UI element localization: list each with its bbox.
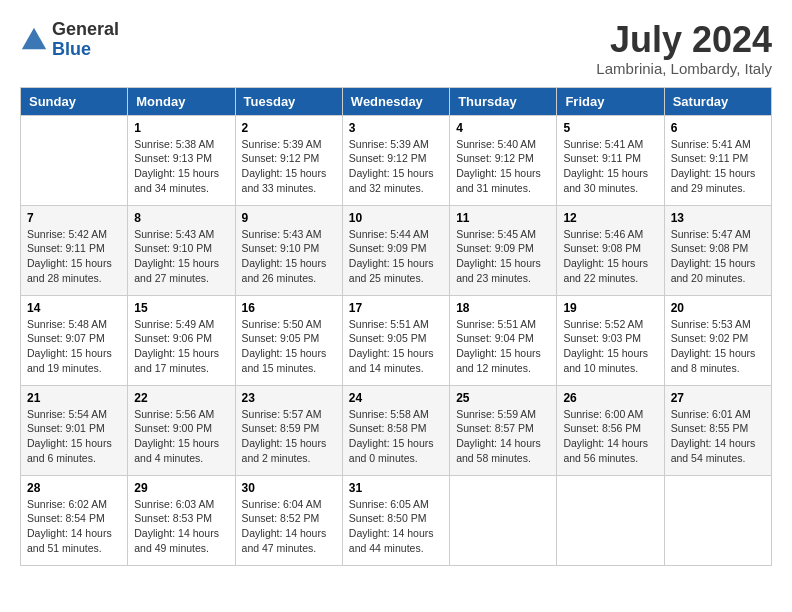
column-header-friday: Friday (557, 87, 664, 115)
calendar-header-row: SundayMondayTuesdayWednesdayThursdayFrid… (21, 87, 772, 115)
day-number: 9 (242, 211, 336, 225)
day-number: 3 (349, 121, 443, 135)
calendar-week-row: 7Sunrise: 5:42 AMSunset: 9:11 PMDaylight… (21, 205, 772, 295)
month-title: July 2024 (596, 20, 772, 60)
day-number: 30 (242, 481, 336, 495)
day-number: 28 (27, 481, 121, 495)
svg-marker-0 (22, 28, 46, 49)
location: Lambrinia, Lombardy, Italy (596, 60, 772, 77)
day-number: 13 (671, 211, 765, 225)
day-info: Sunrise: 5:39 AMSunset: 9:12 PMDaylight:… (349, 137, 443, 196)
calendar-day-cell: 14Sunrise: 5:48 AMSunset: 9:07 PMDayligh… (21, 295, 128, 385)
calendar-day-cell: 8Sunrise: 5:43 AMSunset: 9:10 PMDaylight… (128, 205, 235, 295)
day-number: 5 (563, 121, 657, 135)
day-info: Sunrise: 5:41 AMSunset: 9:11 PMDaylight:… (563, 137, 657, 196)
day-info: Sunrise: 6:03 AMSunset: 8:53 PMDaylight:… (134, 497, 228, 556)
day-info: Sunrise: 5:38 AMSunset: 9:13 PMDaylight:… (134, 137, 228, 196)
day-info: Sunrise: 5:59 AMSunset: 8:57 PMDaylight:… (456, 407, 550, 466)
calendar-day-cell: 3Sunrise: 5:39 AMSunset: 9:12 PMDaylight… (342, 115, 449, 205)
calendar-day-cell: 16Sunrise: 5:50 AMSunset: 9:05 PMDayligh… (235, 295, 342, 385)
column-header-tuesday: Tuesday (235, 87, 342, 115)
calendar-day-cell: 7Sunrise: 5:42 AMSunset: 9:11 PMDaylight… (21, 205, 128, 295)
calendar-day-cell: 25Sunrise: 5:59 AMSunset: 8:57 PMDayligh… (450, 385, 557, 475)
column-header-sunday: Sunday (21, 87, 128, 115)
day-info: Sunrise: 5:45 AMSunset: 9:09 PMDaylight:… (456, 227, 550, 286)
day-info: Sunrise: 5:41 AMSunset: 9:11 PMDaylight:… (671, 137, 765, 196)
day-info: Sunrise: 5:51 AMSunset: 9:04 PMDaylight:… (456, 317, 550, 376)
day-number: 22 (134, 391, 228, 405)
calendar-day-cell: 26Sunrise: 6:00 AMSunset: 8:56 PMDayligh… (557, 385, 664, 475)
logo: General Blue (20, 20, 119, 60)
calendar-day-cell: 4Sunrise: 5:40 AMSunset: 9:12 PMDaylight… (450, 115, 557, 205)
logo-icon (20, 26, 48, 54)
day-number: 26 (563, 391, 657, 405)
day-number: 25 (456, 391, 550, 405)
day-info: Sunrise: 5:49 AMSunset: 9:06 PMDaylight:… (134, 317, 228, 376)
day-number: 6 (671, 121, 765, 135)
day-info: Sunrise: 5:56 AMSunset: 9:00 PMDaylight:… (134, 407, 228, 466)
calendar-day-cell: 30Sunrise: 6:04 AMSunset: 8:52 PMDayligh… (235, 475, 342, 565)
calendar-week-row: 28Sunrise: 6:02 AMSunset: 8:54 PMDayligh… (21, 475, 772, 565)
empty-cell (450, 475, 557, 565)
day-info: Sunrise: 5:42 AMSunset: 9:11 PMDaylight:… (27, 227, 121, 286)
day-info: Sunrise: 5:40 AMSunset: 9:12 PMDaylight:… (456, 137, 550, 196)
calendar-day-cell: 12Sunrise: 5:46 AMSunset: 9:08 PMDayligh… (557, 205, 664, 295)
column-header-saturday: Saturday (664, 87, 771, 115)
column-header-monday: Monday (128, 87, 235, 115)
calendar-day-cell: 28Sunrise: 6:02 AMSunset: 8:54 PMDayligh… (21, 475, 128, 565)
day-number: 18 (456, 301, 550, 315)
day-info: Sunrise: 5:51 AMSunset: 9:05 PMDaylight:… (349, 317, 443, 376)
column-header-thursday: Thursday (450, 87, 557, 115)
day-info: Sunrise: 6:04 AMSunset: 8:52 PMDaylight:… (242, 497, 336, 556)
calendar-day-cell: 6Sunrise: 5:41 AMSunset: 9:11 PMDaylight… (664, 115, 771, 205)
day-number: 2 (242, 121, 336, 135)
day-info: Sunrise: 6:00 AMSunset: 8:56 PMDaylight:… (563, 407, 657, 466)
logo-general: General (52, 19, 119, 39)
day-number: 11 (456, 211, 550, 225)
day-info: Sunrise: 5:54 AMSunset: 9:01 PMDaylight:… (27, 407, 121, 466)
calendar-day-cell: 13Sunrise: 5:47 AMSunset: 9:08 PMDayligh… (664, 205, 771, 295)
calendar-day-cell: 11Sunrise: 5:45 AMSunset: 9:09 PMDayligh… (450, 205, 557, 295)
calendar-day-cell: 24Sunrise: 5:58 AMSunset: 8:58 PMDayligh… (342, 385, 449, 475)
calendar-week-row: 21Sunrise: 5:54 AMSunset: 9:01 PMDayligh… (21, 385, 772, 475)
day-info: Sunrise: 5:43 AMSunset: 9:10 PMDaylight:… (242, 227, 336, 286)
day-number: 31 (349, 481, 443, 495)
day-number: 29 (134, 481, 228, 495)
calendar-day-cell: 1Sunrise: 5:38 AMSunset: 9:13 PMDaylight… (128, 115, 235, 205)
day-number: 27 (671, 391, 765, 405)
empty-cell (21, 115, 128, 205)
calendar-day-cell: 18Sunrise: 5:51 AMSunset: 9:04 PMDayligh… (450, 295, 557, 385)
calendar-day-cell: 21Sunrise: 5:54 AMSunset: 9:01 PMDayligh… (21, 385, 128, 475)
day-info: Sunrise: 6:01 AMSunset: 8:55 PMDaylight:… (671, 407, 765, 466)
logo-blue: Blue (52, 39, 91, 59)
day-info: Sunrise: 6:05 AMSunset: 8:50 PMDaylight:… (349, 497, 443, 556)
calendar-day-cell: 15Sunrise: 5:49 AMSunset: 9:06 PMDayligh… (128, 295, 235, 385)
calendar-day-cell: 17Sunrise: 5:51 AMSunset: 9:05 PMDayligh… (342, 295, 449, 385)
day-number: 14 (27, 301, 121, 315)
day-number: 20 (671, 301, 765, 315)
column-header-wednesday: Wednesday (342, 87, 449, 115)
calendar-day-cell: 10Sunrise: 5:44 AMSunset: 9:09 PMDayligh… (342, 205, 449, 295)
title-block: July 2024 Lambrinia, Lombardy, Italy (596, 20, 772, 77)
day-number: 23 (242, 391, 336, 405)
day-number: 10 (349, 211, 443, 225)
day-number: 12 (563, 211, 657, 225)
calendar-week-row: 1Sunrise: 5:38 AMSunset: 9:13 PMDaylight… (21, 115, 772, 205)
day-number: 7 (27, 211, 121, 225)
day-number: 19 (563, 301, 657, 315)
day-number: 15 (134, 301, 228, 315)
day-info: Sunrise: 5:57 AMSunset: 8:59 PMDaylight:… (242, 407, 336, 466)
calendar-table: SundayMondayTuesdayWednesdayThursdayFrid… (20, 87, 772, 566)
day-info: Sunrise: 5:50 AMSunset: 9:05 PMDaylight:… (242, 317, 336, 376)
calendar-day-cell: 19Sunrise: 5:52 AMSunset: 9:03 PMDayligh… (557, 295, 664, 385)
day-info: Sunrise: 5:48 AMSunset: 9:07 PMDaylight:… (27, 317, 121, 376)
day-info: Sunrise: 5:47 AMSunset: 9:08 PMDaylight:… (671, 227, 765, 286)
day-number: 16 (242, 301, 336, 315)
calendar-day-cell: 5Sunrise: 5:41 AMSunset: 9:11 PMDaylight… (557, 115, 664, 205)
calendar-day-cell: 27Sunrise: 6:01 AMSunset: 8:55 PMDayligh… (664, 385, 771, 475)
calendar-week-row: 14Sunrise: 5:48 AMSunset: 9:07 PMDayligh… (21, 295, 772, 385)
empty-cell (664, 475, 771, 565)
day-info: Sunrise: 5:43 AMSunset: 9:10 PMDaylight:… (134, 227, 228, 286)
day-info: Sunrise: 6:02 AMSunset: 8:54 PMDaylight:… (27, 497, 121, 556)
calendar-day-cell: 20Sunrise: 5:53 AMSunset: 9:02 PMDayligh… (664, 295, 771, 385)
